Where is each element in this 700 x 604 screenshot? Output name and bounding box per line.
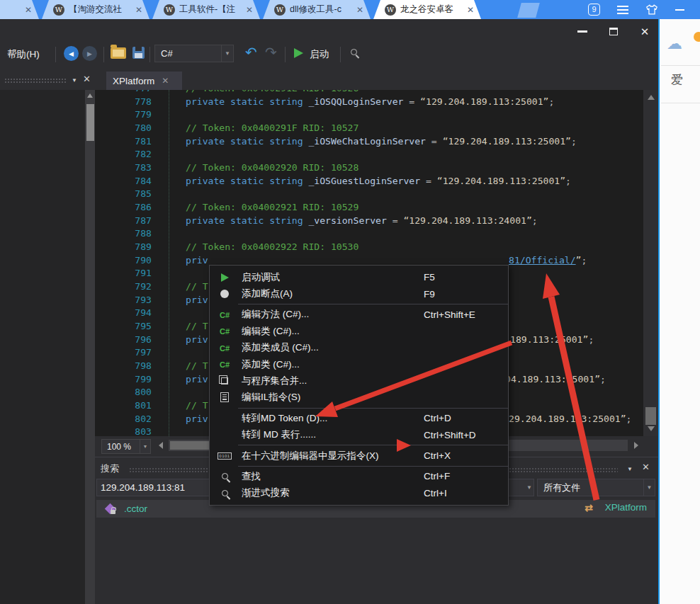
browser-tab-1[interactable]: W【淘游交流社✕ [42, 0, 149, 19]
scroll-up-icon[interactable] [648, 95, 655, 100]
menu-item-shortcut: F9 [424, 289, 435, 300]
browser-minimize-button[interactable] [675, 9, 684, 11]
close-icon[interactable]: ✕ [162, 76, 169, 86]
code-segment: // Token: 0x04002920 RID: 10528 [186, 162, 359, 173]
code-segment: // T [186, 321, 208, 331]
tab-close-icon[interactable]: ✕ [25, 5, 32, 15]
zoom-level-selector[interactable]: 100 % ▼ [101, 439, 151, 454]
scroll-down-icon[interactable] [648, 426, 655, 431]
tab-close-icon[interactable]: ✕ [467, 5, 474, 15]
scroll-up-icon[interactable] [87, 93, 93, 98]
browser-tab-bar: 面板✕W【淘游交流社✕W工具软件-【注✕Wdll修改工具-c✕W龙之谷安卓客✕ … [0, 0, 700, 19]
browser-controls: 9 [588, 0, 700, 19]
code-hyperlink[interactable]: 81/Official/ [509, 255, 576, 266]
menu-item-11[interactable]: 查找Ctrl+F [210, 468, 508, 484]
menu-item-5[interactable]: 添加类 (C#)... [210, 356, 508, 372]
browser-page-sliver: ☁ 爱 [661, 19, 700, 604]
code-segment: = [420, 176, 437, 186]
menu-item-shortcut: Ctrl+Shift+E [424, 309, 475, 320]
download-count-badge[interactable]: 9 [588, 4, 600, 16]
chevron-down-icon[interactable]: ▼ [643, 479, 655, 496]
code-segment: // Token: 0x0400291F RID: 10527 [186, 122, 359, 133]
line-number: 784 [95, 175, 152, 188]
navigate-back-button[interactable]: ◀ [64, 46, 79, 61]
left-panel-scrollbar[interactable] [85, 90, 95, 604]
line-number: 796 [95, 334, 152, 347]
browser-tab-4[interactable]: W龙之谷安卓客✕ [373, 0, 481, 19]
skin-theme-icon[interactable] [645, 4, 658, 15]
window-minimize-button[interactable] [576, 25, 589, 38]
document-tab-xplatform[interactable]: XPlatform ✕ [106, 72, 182, 90]
close-icon[interactable]: ✕ [83, 74, 91, 84]
scrollbar-thumb[interactable] [86, 104, 94, 141]
menu-item-label: 在十六进制编辑器中显示指令(X) [242, 450, 379, 462]
search-icon [217, 473, 232, 479]
new-tab-button[interactable] [517, 3, 540, 18]
scroll-right-icon[interactable] [634, 442, 638, 449]
code-segment: _iOSQQLoginServer [308, 96, 403, 107]
sliver-text: 爱 [671, 72, 683, 88]
menu-item-2[interactable]: 编辑方法 (C#)...Ctrl+Shift+E [210, 307, 508, 323]
save-module-icon[interactable] [132, 47, 145, 59]
file-filter-selector[interactable]: 所有文件 ▼ [537, 479, 655, 496]
menu-item-12[interactable]: 渐进式搜索Ctrl+I [210, 485, 508, 501]
menu-item-6[interactable]: 与程序集合并... [210, 372, 508, 389]
search-icon[interactable] [351, 49, 357, 55]
start-debug-icon[interactable] [294, 48, 303, 58]
window-maximize-button[interactable] [607, 25, 620, 38]
menu-item-10[interactable]: 在十六进制编辑器中显示指令(X)Ctrl+X [210, 448, 508, 464]
open-file-icon[interactable] [111, 47, 126, 59]
code-segment: priv [186, 334, 208, 345]
chevron-down-icon[interactable]: ▼ [221, 45, 233, 62]
redo-icon[interactable]: ↷ [265, 44, 277, 61]
menu-item-7[interactable]: 编辑IL指令(S) [210, 389, 508, 406]
assembly-explorer-header[interactable]: ▼ ✕ [0, 71, 95, 90]
code-segment: // T [186, 400, 208, 411]
menu-item-shortcut: Ctrl+X [424, 450, 451, 461]
tab-close-icon[interactable]: ✕ [135, 5, 142, 15]
menu-item-0[interactable]: 启动调试F5 [210, 269, 508, 285]
menu-item-shortcut: F5 [424, 272, 435, 283]
menu-item-label: 与程序集合并... [242, 375, 307, 387]
menu-item-8[interactable]: 转到MD Token (D)...Ctrl+D [210, 410, 508, 426]
editor-vertical-scrollbar[interactable] [643, 90, 658, 436]
browser-menu-icon[interactable] [617, 6, 628, 14]
chevron-down-icon[interactable]: ▼ [72, 77, 77, 84]
code-segment: // Token: 0x0400291E RID: 10526 [186, 90, 359, 93]
menu-item-9[interactable]: 转到 MD 表行......Ctrl+Shift+D [210, 427, 508, 443]
toolbar: 帮助(H) ◀ ▶ C# ▼ ↷ ↷ 启动 [0, 42, 658, 87]
chevron-down-icon[interactable]: ▼ [526, 484, 532, 491]
tab-close-icon[interactable]: ✕ [356, 5, 363, 15]
chevron-down-icon[interactable]: ▼ [627, 466, 633, 472]
language-selector[interactable]: C# ▼ [154, 45, 234, 62]
menu-item-4[interactable]: 添加类成员 (C#)... [210, 340, 508, 356]
chevron-down-icon[interactable]: ▼ [140, 440, 150, 453]
orange-avatar-icon [694, 32, 700, 42]
tab-close-icon[interactable]: ✕ [246, 5, 253, 15]
line-number: 790 [95, 254, 152, 268]
menu-item-label: 启动调试 [242, 271, 280, 284]
browser-tab-2[interactable]: W工具软件-【注✕ [152, 0, 260, 19]
menu-item-3[interactable]: 编辑类 (C#)... [210, 323, 508, 339]
assembly-explorer-panel[interactable] [0, 90, 85, 604]
scrollbar-thumb[interactable] [645, 407, 656, 425]
csharp-icon [217, 359, 232, 370]
start-button[interactable]: 启动 [310, 48, 329, 61]
code-segment: // T [186, 360, 208, 371]
search-query-value: 129.204.189.113:81 [101, 482, 185, 493]
navigate-forward-button[interactable]: ▶ [82, 46, 97, 61]
browser-tab-0[interactable]: 面板✕ [0, 0, 39, 19]
browser-tabs: 面板✕W【淘游交流社✕W工具软件-【注✕Wdll修改工具-c✕W龙之谷安卓客✕ [0, 0, 484, 19]
code-fragment-right: 81/Official/”; [509, 254, 587, 268]
undo-icon[interactable]: ↷ [245, 44, 257, 61]
close-icon[interactable]: ✕ [642, 462, 650, 472]
code-segment: private static string [186, 136, 308, 147]
scroll-left-icon[interactable] [159, 442, 163, 449]
zoom-level-value: 100 % [107, 442, 131, 452]
menu-item-1[interactable]: 添加断点(A)F9 [210, 285, 508, 302]
code-segment: 189.113:25001” [510, 334, 588, 345]
menu-help[interactable]: 帮助(H) [7, 48, 40, 61]
browser-tab-3[interactable]: Wdll修改工具-c✕ [263, 0, 371, 19]
code-segment: ; [588, 334, 594, 345]
window-close-button[interactable]: ✕ [638, 25, 651, 38]
